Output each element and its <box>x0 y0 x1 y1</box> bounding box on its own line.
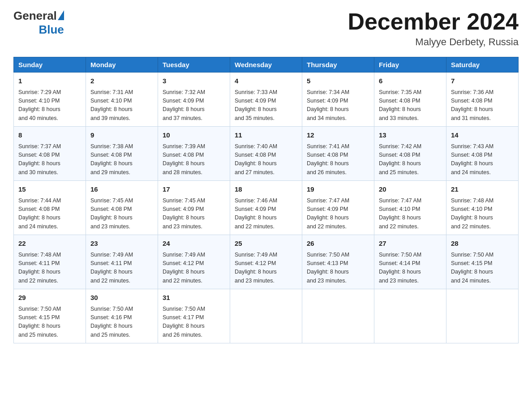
calendar-cell: 15 Sunrise: 7:44 AM Sunset: 4:08 PM Dayl… <box>14 181 86 235</box>
day-number: 22 <box>18 239 81 249</box>
day-number: 13 <box>379 130 442 141</box>
calendar-cell: 21 Sunrise: 7:48 AM Sunset: 4:10 PM Dayl… <box>446 181 519 235</box>
calendar-cell: 9 Sunrise: 7:38 AM Sunset: 4:08 PM Dayli… <box>86 127 158 181</box>
day-number: 8 <box>18 130 81 141</box>
header-saturday: Saturday <box>446 57 519 73</box>
day-number: 23 <box>90 239 153 249</box>
day-info: Sunrise: 7:37 AM Sunset: 4:08 PM Dayligh… <box>18 142 81 177</box>
day-number: 27 <box>379 239 442 249</box>
day-number: 31 <box>163 293 225 303</box>
day-info: Sunrise: 7:35 AM Sunset: 4:08 PM Dayligh… <box>379 88 442 123</box>
calendar-cell: 24 Sunrise: 7:49 AM Sunset: 4:12 PM Dayl… <box>158 235 230 289</box>
day-number: 28 <box>451 239 514 249</box>
day-number: 30 <box>90 293 153 303</box>
day-info: Sunrise: 7:48 AM Sunset: 4:11 PM Dayligh… <box>18 251 81 286</box>
day-number: 24 <box>163 239 225 249</box>
day-info: Sunrise: 7:49 AM Sunset: 4:11 PM Dayligh… <box>90 251 153 286</box>
calendar-header-row: SundayMondayTuesdayWednesdayThursdayFrid… <box>14 57 519 73</box>
logo-blue: Blue <box>39 23 64 37</box>
day-number: 29 <box>18 293 81 303</box>
day-info: Sunrise: 7:45 AM Sunset: 4:09 PM Dayligh… <box>163 197 225 231</box>
calendar-cell <box>230 289 302 343</box>
calendar-cell: 12 Sunrise: 7:41 AM Sunset: 4:08 PM Dayl… <box>302 127 374 181</box>
logo-triangle-icon <box>58 10 64 20</box>
calendar-cell: 27 Sunrise: 7:50 AM Sunset: 4:14 PM Dayl… <box>374 235 446 289</box>
day-number: 14 <box>451 130 514 141</box>
day-info: Sunrise: 7:49 AM Sunset: 4:12 PM Dayligh… <box>235 251 297 286</box>
calendar-cell: 16 Sunrise: 7:45 AM Sunset: 4:08 PM Dayl… <box>86 181 158 235</box>
calendar-cell: 4 Sunrise: 7:33 AM Sunset: 4:09 PM Dayli… <box>230 73 302 127</box>
title-block: December 2024 Malyye Derbety, Russia <box>348 9 519 48</box>
day-info: Sunrise: 7:40 AM Sunset: 4:08 PM Dayligh… <box>235 142 297 177</box>
day-info: Sunrise: 7:50 AM Sunset: 4:14 PM Dayligh… <box>379 251 442 286</box>
day-number: 21 <box>451 184 514 195</box>
header-tuesday: Tuesday <box>158 57 230 73</box>
calendar-cell <box>302 289 374 343</box>
calendar-cell: 6 Sunrise: 7:35 AM Sunset: 4:08 PM Dayli… <box>374 73 446 127</box>
day-number: 2 <box>90 76 153 86</box>
day-number: 16 <box>90 184 153 195</box>
calendar-cell <box>374 289 446 343</box>
day-info: Sunrise: 7:31 AM Sunset: 4:10 PM Dayligh… <box>90 88 153 123</box>
day-number: 1 <box>18 76 81 86</box>
calendar-cell: 2 Sunrise: 7:31 AM Sunset: 4:10 PM Dayli… <box>86 73 158 127</box>
calendar-cell: 3 Sunrise: 7:32 AM Sunset: 4:09 PM Dayli… <box>158 73 230 127</box>
day-number: 26 <box>307 239 369 249</box>
calendar-cell: 14 Sunrise: 7:43 AM Sunset: 4:08 PM Dayl… <box>446 127 519 181</box>
header-thursday: Thursday <box>302 57 374 73</box>
header-friday: Friday <box>374 57 446 73</box>
calendar-cell: 20 Sunrise: 7:47 AM Sunset: 4:10 PM Dayl… <box>374 181 446 235</box>
day-info: Sunrise: 7:50 AM Sunset: 4:17 PM Dayligh… <box>163 305 225 340</box>
calendar-cell: 29 Sunrise: 7:50 AM Sunset: 4:15 PM Dayl… <box>14 289 86 343</box>
calendar-cell: 5 Sunrise: 7:34 AM Sunset: 4:09 PM Dayli… <box>302 73 374 127</box>
calendar-table: SundayMondayTuesdayWednesdayThursdayFrid… <box>13 57 519 343</box>
month-title: December 2024 <box>348 9 519 34</box>
location-title: Malyye Derbety, Russia <box>348 36 519 48</box>
day-number: 19 <box>307 184 369 195</box>
calendar-cell: 18 Sunrise: 7:46 AM Sunset: 4:09 PM Dayl… <box>230 181 302 235</box>
day-info: Sunrise: 7:29 AM Sunset: 4:10 PM Dayligh… <box>18 88 81 123</box>
day-info: Sunrise: 7:34 AM Sunset: 4:09 PM Dayligh… <box>307 88 369 123</box>
calendar-cell: 23 Sunrise: 7:49 AM Sunset: 4:11 PM Dayl… <box>86 235 158 289</box>
day-number: 5 <box>307 76 369 86</box>
header-sunday: Sunday <box>14 57 86 73</box>
day-info: Sunrise: 7:44 AM Sunset: 4:08 PM Dayligh… <box>18 197 81 231</box>
day-info: Sunrise: 7:50 AM Sunset: 4:13 PM Dayligh… <box>307 251 369 286</box>
calendar-week-row: 8 Sunrise: 7:37 AM Sunset: 4:08 PM Dayli… <box>14 127 519 181</box>
calendar-cell: 25 Sunrise: 7:49 AM Sunset: 4:12 PM Dayl… <box>230 235 302 289</box>
day-info: Sunrise: 7:50 AM Sunset: 4:15 PM Dayligh… <box>451 251 514 286</box>
day-number: 9 <box>90 130 153 141</box>
logo: General Blue <box>13 9 64 37</box>
calendar-cell: 13 Sunrise: 7:42 AM Sunset: 4:08 PM Dayl… <box>374 127 446 181</box>
day-info: Sunrise: 7:50 AM Sunset: 4:15 PM Dayligh… <box>18 305 81 340</box>
calendar-cell: 30 Sunrise: 7:50 AM Sunset: 4:16 PM Dayl… <box>86 289 158 343</box>
day-number: 25 <box>235 239 297 249</box>
day-number: 6 <box>379 76 442 86</box>
calendar-week-row: 1 Sunrise: 7:29 AM Sunset: 4:10 PM Dayli… <box>14 73 519 127</box>
day-info: Sunrise: 7:48 AM Sunset: 4:10 PM Dayligh… <box>451 197 514 231</box>
day-number: 4 <box>235 76 297 86</box>
day-info: Sunrise: 7:43 AM Sunset: 4:08 PM Dayligh… <box>451 142 514 177</box>
calendar-cell: 11 Sunrise: 7:40 AM Sunset: 4:08 PM Dayl… <box>230 127 302 181</box>
day-info: Sunrise: 7:41 AM Sunset: 4:08 PM Dayligh… <box>307 142 369 177</box>
day-info: Sunrise: 7:38 AM Sunset: 4:08 PM Dayligh… <box>90 142 153 177</box>
day-info: Sunrise: 7:50 AM Sunset: 4:16 PM Dayligh… <box>90 305 153 340</box>
day-info: Sunrise: 7:33 AM Sunset: 4:09 PM Dayligh… <box>235 88 297 123</box>
day-number: 10 <box>163 130 225 141</box>
calendar-week-row: 29 Sunrise: 7:50 AM Sunset: 4:15 PM Dayl… <box>14 289 519 343</box>
calendar-cell: 26 Sunrise: 7:50 AM Sunset: 4:13 PM Dayl… <box>302 235 374 289</box>
day-number: 12 <box>307 130 369 141</box>
calendar-cell: 28 Sunrise: 7:50 AM Sunset: 4:15 PM Dayl… <box>446 235 519 289</box>
day-info: Sunrise: 7:47 AM Sunset: 4:10 PM Dayligh… <box>379 197 442 231</box>
calendar-week-row: 15 Sunrise: 7:44 AM Sunset: 4:08 PM Dayl… <box>14 181 519 235</box>
calendar-cell: 8 Sunrise: 7:37 AM Sunset: 4:08 PM Dayli… <box>14 127 86 181</box>
day-number: 20 <box>379 184 442 195</box>
calendar-cell: 22 Sunrise: 7:48 AM Sunset: 4:11 PM Dayl… <box>14 235 86 289</box>
day-info: Sunrise: 7:39 AM Sunset: 4:08 PM Dayligh… <box>163 142 225 177</box>
logo-general: General <box>13 9 57 23</box>
calendar-cell: 7 Sunrise: 7:36 AM Sunset: 4:08 PM Dayli… <box>446 73 519 127</box>
day-info: Sunrise: 7:47 AM Sunset: 4:09 PM Dayligh… <box>307 197 369 231</box>
day-info: Sunrise: 7:46 AM Sunset: 4:09 PM Dayligh… <box>235 197 297 231</box>
day-number: 3 <box>163 76 225 86</box>
day-info: Sunrise: 7:45 AM Sunset: 4:08 PM Dayligh… <box>90 197 153 231</box>
